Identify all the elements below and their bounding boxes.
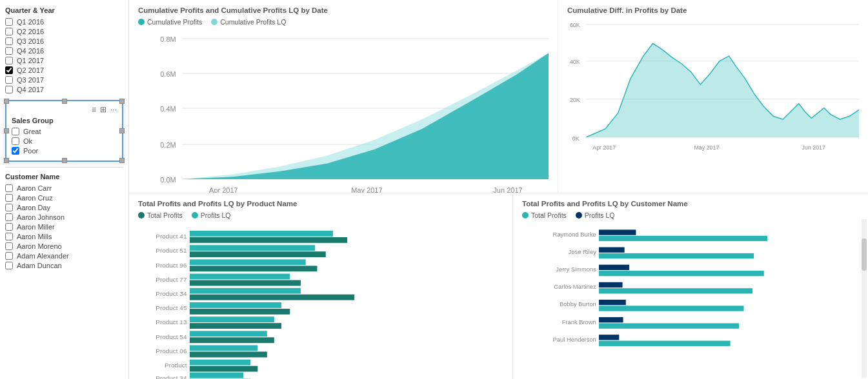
customer-aaron-miller[interactable]: Aaron Miller [5,223,123,231]
quarter-q4-2017[interactable]: Q4 2017 [5,86,123,93]
customer-filter-section: Customer Name Aaron Carr Aaron Cruz Aaro… [5,173,123,269]
bottom-charts-row: Total Profits and Profits LQ by Product … [129,193,868,379]
top-charts-row: Cumulative Profits and Cumulative Profit… [129,0,868,193]
product-06-label: Product 06 [156,347,187,355]
product-51-label: Product 51 [156,247,187,254]
customer-aaron-mills[interactable]: Aaron Mills [5,233,123,240]
jerry-simmons-label: Jerry Simmons [556,266,596,273]
customer-aaron-cruz[interactable]: Aaron Cruz [5,194,123,202]
customer-aaron-carr[interactable]: Aaron Carr [5,184,123,192]
product-06-total-bar [190,352,267,358]
legend-total-profits-label: Total Profits [147,211,183,219]
y-20k: 20K [570,97,580,103]
profits-lq-dot [192,212,198,219]
jose-lq-bar [599,247,625,252]
quarter-q2-2017[interactable]: Q2 2017 [5,66,123,74]
product-34-label: Product 34 [156,290,187,297]
jose-total-bar [599,253,754,258]
product-chart-title: Total Profits and Profits LQ by Product … [138,200,503,208]
carlos-lq-bar [599,282,623,287]
quarter-q4-2016[interactable]: Q4 2016 [5,47,123,55]
raymond-total-bar [599,236,767,241]
paul-lq-bar [599,335,619,340]
quarter-q2-2016[interactable]: Q2 2016 [5,28,123,35]
product-54-lq-bar [190,331,267,336]
resize-handle-mr[interactable] [119,128,125,133]
customer-adam-duncan[interactable]: Adam Duncan [5,262,123,269]
divider [5,167,123,168]
cumulative-profits-dot [138,19,145,25]
profits-area [181,53,549,179]
resize-handle-bm[interactable] [62,158,67,163]
product-96-label: Product 96 [156,262,187,269]
x-axis-apr2017-r: Apr 2017 [592,144,616,151]
y-axis-04m: 0.4M [160,105,176,113]
product-total-bar [190,366,257,372]
total-profits-dot [138,212,145,219]
customer-aaron-day[interactable]: Aaron Day [5,204,123,211]
sales-group-poor[interactable]: Poor [12,147,117,155]
jose-riley-label: Jose Riley [569,248,597,255]
product-45-total-bar [190,309,290,315]
quarter-q1-2017[interactable]: Q1 2017 [5,57,123,64]
legend-cumulative-profits-label: Cumulative Profits [147,18,202,26]
filter-more-icon[interactable]: ··· [110,105,117,114]
cumulative-profits-chart: Cumulative Profits and Cumulative Profit… [129,0,558,193]
product-41-total-bar [190,237,347,243]
product-bar-chart: Total Profits and Profits LQ by Product … [129,193,513,379]
legend-customer-lq: Profits LQ [576,211,615,219]
cumulative-profits-title: Cumulative Profits and Cumulative Profit… [138,6,549,14]
quarter-filter-title: Quarter & Year [5,6,123,14]
product-06-lq-bar [190,345,257,351]
quarter-q3-2017[interactable]: Q3 2017 [5,76,123,84]
customer-aaron-johnson[interactable]: Aaron Johnson [5,213,123,221]
product-34b-label: Product 34 [156,374,187,379]
quarter-filter-section: Quarter & Year Q1 2016 Q2 2016 Q3 2016 Q… [5,6,123,93]
legend-customer-total-label: Total Profits [531,211,567,219]
scrollbar-track[interactable] [862,219,867,378]
carlos-martinez-label: Carlos Martinez [554,283,596,290]
sales-group-great[interactable]: Great [12,128,117,135]
x-axis-may2017: May 2017 [351,186,382,193]
resize-handle-tl[interactable] [4,99,9,104]
jerry-total-bar [599,271,764,276]
carlos-total-bar [599,288,752,293]
filter-menu-icon[interactable]: ≡ [92,105,96,114]
y-axis-06m: 0.6M [160,70,176,78]
quarter-q1-2016[interactable]: Q1 2016 [5,18,123,26]
customer-bar-chart: Total Profits and Profits LQ by Customer… [513,193,868,379]
product-54-total-bar [190,337,274,343]
quarter-q3-2016[interactable]: Q3 2016 [5,37,123,45]
legend-profits-lq: Profits LQ [192,211,231,219]
cumulative-lq-dot [211,19,217,25]
scrollbar-thumb[interactable] [862,238,867,271]
product-77-total-bar [190,280,301,286]
resize-handle-bl[interactable] [4,158,9,163]
sales-group-ok[interactable]: Ok [12,137,117,145]
cumulative-profits-svg: 0.8M 0.6M 0.4M 0.2M 0.0M Apr [138,31,549,193]
resize-handle-tr[interactable] [119,99,125,104]
diff-area [586,43,859,137]
resize-handle-tm[interactable] [62,99,67,104]
filter-grid-icon[interactable]: ⊞ [100,105,106,114]
customer-adam-alexander[interactable]: Adam Alexander [5,252,123,260]
y-axis-02m: 0.2M [160,141,176,149]
frank-total-bar [599,323,739,328]
resize-handle-ml[interactable] [4,128,9,133]
customer-aaron-moreno[interactable]: Aaron Moreno [5,242,123,250]
product-45-lq-bar [190,302,281,308]
sales-group-filter-box: ≡ ⊞ ··· Sales Group Great Ok Poor [5,100,123,162]
product-13-total-bar [190,323,281,329]
product-51-lq-bar [190,245,315,251]
legend-customer-total-profits: Total Profits [522,211,567,219]
resize-handle-br[interactable] [119,158,125,163]
y-axis-08m: 0.8M [160,35,176,43]
customer-chart-title: Total Profits and Profits LQ by Customer… [522,200,859,208]
cumulative-profits-legend: Cumulative Profits Cumulative Profits LQ [138,18,549,26]
x-axis-may2017-r: May 2017 [694,144,720,151]
product-13-label: Product 13 [156,318,187,326]
sales-group-title: Sales Group [12,117,117,124]
product-bar-svg: Product 41 Product 51 Product 96 Product… [138,224,503,379]
x-axis-apr2017: Apr 2017 [209,186,238,193]
cumulative-diff-chart: Cumulative Diff. in Profits by Date 60K … [558,0,868,193]
